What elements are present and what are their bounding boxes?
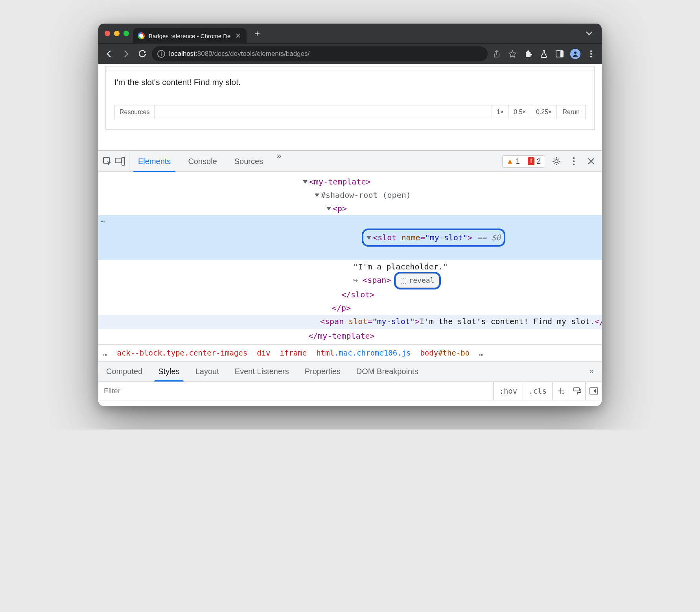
devtools-toolbar: Elements Console Sources » ▲ 1 ! 2 <box>98 151 602 172</box>
crumb-ellipsis-right[interactable]: … <box>479 348 483 357</box>
error-square-icon: ! <box>528 157 534 165</box>
more-tabs-icon[interactable]: » <box>272 151 286 171</box>
paint-format-icon[interactable] <box>569 382 585 400</box>
dom-placeholder-text[interactable]: "I'm a placeholder." <box>353 262 448 271</box>
tab-bar: Badges reference - Chrome De ✕ ＋ <box>98 24 602 43</box>
dom-my-template-open[interactable]: <my-template> <box>309 177 371 186</box>
svg-rect-1 <box>560 51 563 57</box>
inspect-element-icon[interactable] <box>102 156 112 166</box>
tab-title: Badges reference - Chrome De <box>149 33 230 39</box>
crumb-item[interactable]: ack--block.type.center-images <box>117 348 247 357</box>
highlighted-slot-ring: <slot name="my-slot"> == $0 <box>362 229 505 247</box>
url-path: /docs/devtools/elements/badges/ <box>212 50 310 57</box>
reveal-badge[interactable]: reveal <box>396 273 439 288</box>
settings-gear-icon[interactable] <box>551 157 562 166</box>
tab-sources[interactable]: Sources <box>226 151 272 171</box>
resources-button[interactable]: Resources <box>115 105 155 119</box>
crumb-item[interactable]: html.mac.chrome106.js <box>316 348 411 357</box>
warning-count: 1 <box>516 157 520 166</box>
styles-filter-bar: :hov .cls <box>98 382 602 400</box>
tab-list-dropdown-icon[interactable] <box>580 31 599 35</box>
url-host: localhost <box>169 50 195 57</box>
more-styles-tabs-icon[interactable]: » <box>581 361 602 382</box>
svg-rect-13 <box>574 388 579 391</box>
selected-node-indicator: == $0 <box>472 233 501 242</box>
tab-event-listeners[interactable]: Event Listeners <box>227 361 297 382</box>
crumb-item[interactable]: div <box>257 348 270 357</box>
close-devtools-icon[interactable] <box>585 158 597 165</box>
extensions-puzzle-icon[interactable] <box>521 47 535 61</box>
dom-slot-close[interactable]: </slot> <box>341 290 374 299</box>
page-viewport: I'm the slot's content! Find my slot. Re… <box>98 66 602 151</box>
svg-rect-8 <box>122 157 125 165</box>
expand-triangle-icon[interactable] <box>326 207 331 210</box>
tab-console[interactable]: Console <box>179 151 225 171</box>
expand-triangle-icon[interactable] <box>303 180 308 184</box>
crumb-item[interactable]: iframe <box>280 348 307 357</box>
svg-point-10 <box>573 157 575 159</box>
hov-toggle[interactable]: :hov <box>493 382 523 400</box>
minimize-window-button[interactable] <box>114 31 120 36</box>
cls-toggle[interactable]: .cls <box>523 382 552 400</box>
chrome-menu-icon[interactable] <box>584 47 598 61</box>
devtools-menu-icon[interactable] <box>568 157 580 166</box>
svg-point-4 <box>590 53 592 55</box>
dom-p-open[interactable]: <p> <box>333 204 347 213</box>
reveal-badge-icon <box>401 278 406 284</box>
new-tab-button[interactable]: ＋ <box>247 28 268 39</box>
zoom-05x-button[interactable]: 0.5× <box>508 105 531 119</box>
device-toolbar-icon[interactable] <box>115 156 125 166</box>
browser-tab[interactable]: Badges reference - Chrome De ✕ <box>133 28 247 43</box>
crumb-ellipsis-left[interactable]: … <box>103 348 107 357</box>
browser-window: Badges reference - Chrome De ✕ ＋ i local… <box>98 24 602 406</box>
tab-dom-breakpoints[interactable]: DOM Breakpoints <box>348 361 426 382</box>
site-info-icon[interactable]: i <box>157 50 165 58</box>
crumb-item[interactable]: body#the-bo <box>420 348 470 357</box>
dom-p-close[interactable]: </p> <box>332 303 351 313</box>
expand-triangle-icon[interactable] <box>315 194 319 197</box>
dom-breadcrumbs[interactable]: … ack--block.type.center-images div ifra… <box>98 344 602 361</box>
url-port: :8080 <box>195 50 212 57</box>
url-input[interactable]: i localhost:8080/docs/devtools/elements/… <box>152 46 488 61</box>
error-count: 2 <box>537 157 541 166</box>
close-window-button[interactable] <box>105 31 110 36</box>
tab-styles[interactable]: Styles <box>150 361 187 382</box>
svg-rect-7 <box>115 158 122 163</box>
zoom-025x-button[interactable]: 0.25× <box>531 105 556 119</box>
tab-layout[interactable]: Layout <box>188 361 227 382</box>
svg-point-12 <box>573 164 575 166</box>
reload-button[interactable] <box>135 47 149 61</box>
new-style-rule-icon[interactable] <box>552 382 569 400</box>
chrome-favicon-icon <box>138 32 145 39</box>
back-button[interactable] <box>102 47 116 61</box>
share-icon[interactable] <box>490 47 503 61</box>
rerun-button[interactable]: Rerun <box>556 105 585 119</box>
dom-my-template-close[interactable]: </my-template> <box>308 331 375 341</box>
profile-avatar-icon[interactable] <box>569 47 582 61</box>
dom-span-ref[interactable]: <span> <box>363 275 391 285</box>
demo-frame: I'm the slot's content! Find my slot. Re… <box>105 66 595 130</box>
zoom-1x-button[interactable]: 1× <box>492 105 508 119</box>
svg-point-3 <box>590 50 592 52</box>
expand-triangle-icon[interactable] <box>367 236 371 240</box>
toggle-sidebar-icon[interactable] <box>585 382 602 400</box>
close-tab-icon[interactable]: ✕ <box>234 31 242 40</box>
styles-filter-input[interactable] <box>98 387 493 395</box>
window-controls <box>101 31 133 36</box>
labs-flask-icon[interactable] <box>537 47 551 61</box>
fullscreen-window-button[interactable] <box>123 31 129 36</box>
dom-span-slotted[interactable]: <span slot="my-slot">I'm the slot's cont… <box>98 315 602 329</box>
dom-shadow-root[interactable]: #shadow-root (open) <box>321 190 411 200</box>
tab-properties[interactable]: Properties <box>297 361 348 382</box>
warning-triangle-icon: ▲ <box>507 157 514 166</box>
forward-button[interactable] <box>119 47 133 61</box>
tab-elements[interactable]: Elements <box>129 151 179 171</box>
svg-point-9 <box>555 160 558 163</box>
issues-badge[interactable]: ▲ 1 ! 2 <box>502 155 545 168</box>
side-panel-icon[interactable] <box>553 47 566 61</box>
tab-computed[interactable]: Computed <box>98 361 150 382</box>
svg-point-11 <box>573 160 575 162</box>
bookmark-star-icon[interactable] <box>506 47 519 61</box>
dom-tree[interactable]: <my-template> #shadow-root (open) <p> <s… <box>98 172 602 344</box>
demo-footer: Resources 1× 0.5× 0.25× Rerun <box>114 105 586 119</box>
